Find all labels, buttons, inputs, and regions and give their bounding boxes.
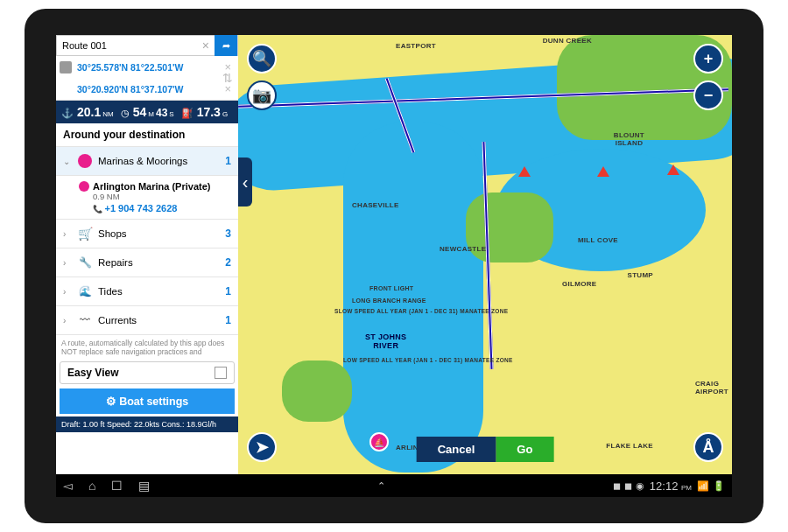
time-sec-unit: S xyxy=(169,110,173,118)
search-icon: 🔍 xyxy=(252,49,271,68)
map-label: LONG BRANCH RANGE xyxy=(352,298,426,304)
nautical-chart[interactable]: EASTPORT DUNN CREEK BLOUNT ISLAND CHASEV… xyxy=(238,35,732,474)
locate-button[interactable]: ➤ xyxy=(247,432,277,462)
waypoint-end[interactable]: 30°20.920'N 81°37.107'W × xyxy=(56,78,238,100)
category-label: Tides xyxy=(98,286,225,297)
clear-route-icon[interactable]: × xyxy=(197,38,215,52)
poi-name: Arlington Marina (Private) xyxy=(93,181,210,192)
notification-icon: ◼ xyxy=(624,480,632,492)
notification-icon: ◼ xyxy=(613,480,621,492)
plus-icon: + xyxy=(704,50,714,68)
map-label: GILMORE xyxy=(562,280,596,288)
time-sec-value: 43 xyxy=(156,107,167,119)
map-label: NEWCASTLE xyxy=(440,245,486,253)
category-label: Shops xyxy=(98,228,225,239)
share-button[interactable]: ➦ xyxy=(215,35,237,56)
stat-fuel: ⛽ 17.3 G xyxy=(181,105,228,119)
easy-view-toggle[interactable]: Easy View xyxy=(60,361,235,384)
category-count: 2 xyxy=(225,256,231,269)
waypoint-end-coords: 30°20.920'N 81°37.107'W xyxy=(77,84,221,94)
marina-icon xyxy=(77,153,93,169)
stat-time: ◷ 54 M 43 S xyxy=(121,105,174,119)
stat-distance: ⚓ 20.1 NM xyxy=(61,105,114,119)
shop-icon: 🛒 xyxy=(77,226,93,242)
cancel-button[interactable]: Cancel xyxy=(417,437,496,462)
route-action-buttons: Cancel Go xyxy=(417,437,554,462)
screen: × ➦ 30°25.578'N 81°22.501'W × 30°20.920'… xyxy=(56,35,732,497)
clock-time: 12:12 xyxy=(650,480,679,493)
clock-ampm: PM xyxy=(681,484,692,492)
waypoint-start-coords: 30°25.578'N 81°22.501'W xyxy=(77,62,221,73)
category-shops[interactable]: › 🛒 Shops 3 xyxy=(56,220,238,248)
poi-phone[interactable]: +1 904 743 2628 xyxy=(93,203,231,214)
category-count: 1 xyxy=(225,155,231,167)
poi-pin-icon xyxy=(79,181,89,192)
time-min-value: 54 xyxy=(133,105,147,119)
status-tray-right: 📶 🔋 xyxy=(697,480,725,492)
hazard-marker-icon xyxy=(667,164,679,175)
boat-settings-label: Boat settings xyxy=(119,396,188,408)
camera-button[interactable]: 📷 xyxy=(247,80,277,110)
map-label: CHASEVILLE xyxy=(352,201,399,209)
category-count: 3 xyxy=(225,228,231,240)
map-label: STUMP xyxy=(628,271,654,279)
category-label: Marinas & Moorings xyxy=(98,156,225,166)
divider-icon: Å xyxy=(703,438,714,457)
fuel-icon: ⛽ xyxy=(181,108,193,119)
poi-distance: 0.9 NM xyxy=(93,192,231,201)
sidebar-collapse-tab[interactable]: ‹ xyxy=(238,158,252,206)
hazard-marker-icon xyxy=(597,166,609,177)
tides-icon: 🌊 xyxy=(77,284,93,299)
sidebar: × ➦ 30°25.578'N 81°22.501'W × 30°20.920'… xyxy=(56,35,238,474)
chevron-right-icon: › xyxy=(63,229,72,239)
minus-icon: − xyxy=(704,87,714,105)
map-label: EASTPORT xyxy=(396,42,436,50)
clock-icon: ◷ xyxy=(121,108,130,119)
route-name-input[interactable] xyxy=(57,38,197,53)
route-disclaimer: A route, automatically calculated by thi… xyxy=(56,335,238,360)
map-label: FRONT LIGHT xyxy=(369,285,413,291)
category-label: Repairs xyxy=(98,257,225,268)
poi-item[interactable]: Arlington Marina (Private) 0.9 NM +1 904… xyxy=(56,176,238,220)
wifi-icon: 📶 xyxy=(697,480,709,492)
map-label: BLOUNT ISLAND xyxy=(614,131,644,147)
status-tray: ◼ ◼ ◉ xyxy=(613,480,644,492)
map-label: ST JOHNS RIVER xyxy=(365,332,406,350)
system-clock: 12:12 PM xyxy=(650,480,692,493)
compass-icon: ➤ xyxy=(256,438,269,457)
map-label: SLOW SPEED ALL YEAR (JAN 1 - DEC 31) MAN… xyxy=(334,308,508,314)
recent-apps-button[interactable]: ☐ xyxy=(111,479,123,493)
category-currents[interactable]: › 〰 Currents 1 xyxy=(56,306,238,335)
waypoint-start[interactable]: 30°25.578'N 81°22.501'W × xyxy=(56,56,238,78)
zoom-out-button[interactable]: − xyxy=(693,80,723,110)
home-button[interactable]: ⌂ xyxy=(88,479,95,493)
go-button[interactable]: Go xyxy=(496,437,553,462)
waypoint-start-icon xyxy=(60,61,72,74)
overflow-icon[interactable]: ⌃ xyxy=(377,480,385,492)
category-repairs[interactable]: › 🔧 Repairs 2 xyxy=(56,248,238,277)
map-label: DUNN CREEK xyxy=(543,37,592,45)
back-button[interactable]: ◅ xyxy=(63,479,73,493)
destination-marker-icon: ⛵ xyxy=(369,432,389,452)
repair-icon: 🔧 xyxy=(77,255,93,270)
boat-settings-button[interactable]: Boat settings xyxy=(60,388,235,414)
category-marinas[interactable]: ⌄ Marinas & Moorings 1 xyxy=(56,147,238,176)
search-button[interactable]: 🔍 xyxy=(247,44,277,74)
chevron-right-icon: › xyxy=(63,287,72,297)
camera-icon: 📷 xyxy=(252,86,271,105)
poi-name-row: Arlington Marina (Private) xyxy=(79,181,231,192)
measure-button[interactable]: Å xyxy=(693,432,723,462)
distance-value: 20.1 xyxy=(77,105,101,119)
route-stats-bar: ⚓ 20.1 NM ◷ 54 M 43 S ⛽ 17.3 G xyxy=(56,101,238,123)
currents-icon: 〰 xyxy=(77,312,93,328)
gps-icon: ◉ xyxy=(636,480,644,492)
share-icon: ➦ xyxy=(222,40,230,52)
easy-view-label: Easy View xyxy=(67,367,215,379)
easy-view-checkbox[interactable] xyxy=(215,367,227,379)
screenshot-button[interactable]: ▤ xyxy=(138,479,150,493)
category-tides[interactable]: › 🌊 Tides 1 xyxy=(56,277,238,306)
swap-waypoints-icon[interactable]: ⇅ xyxy=(222,71,233,85)
zoom-in-button[interactable]: + xyxy=(693,44,723,74)
hazard-marker-icon xyxy=(518,166,531,177)
category-count: 1 xyxy=(225,285,231,298)
